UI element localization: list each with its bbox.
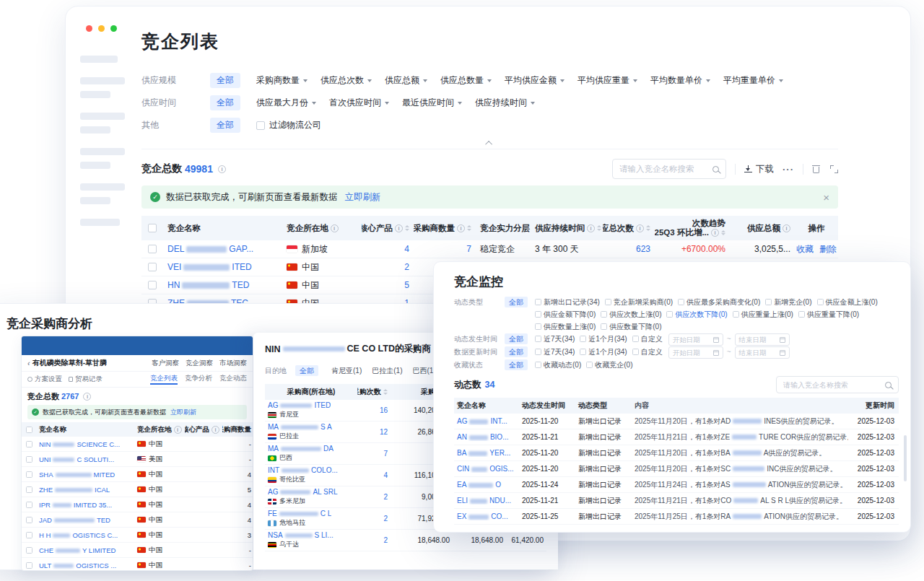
- start-date-input[interactable]: 开始日期: [668, 333, 723, 346]
- row-checkbox[interactable]: [26, 502, 32, 508]
- filter-all-chip[interactable]: 全部: [210, 95, 240, 110]
- purchase-times-link[interactable]: 2: [383, 493, 388, 501]
- destination-item[interactable]: 巴西(1): [412, 364, 435, 377]
- table-row[interactable]: CHEY LIMITED 中国 -: [22, 543, 253, 558]
- checkbox[interactable]: [580, 349, 586, 355]
- competitor-name-link[interactable]: JADTED: [39, 516, 110, 524]
- row-checkbox[interactable]: [26, 456, 32, 463]
- filter-checkbox-item[interactable]: 收藏动态(0): [535, 359, 581, 371]
- competitor-name-link[interactable]: CINOGIS...: [457, 465, 514, 473]
- filter-checkbox-item[interactable]: 新增竞企(0): [765, 296, 811, 308]
- col-header-product[interactable]: 核心产品: [362, 223, 414, 234]
- checkbox[interactable]: [535, 323, 541, 330]
- filter-checkbox-item[interactable]: 竞企新增采购商(0): [605, 296, 673, 308]
- competitor-name-link[interactable]: DELGAP...: [167, 244, 253, 254]
- trash-icon[interactable]: [812, 165, 820, 173]
- filter-dropdown[interactable]: 供应总次数: [321, 74, 372, 87]
- col-header-name[interactable]: 竞企名称: [163, 223, 282, 234]
- download-button[interactable]: 下载: [744, 163, 774, 175]
- col-header-trend[interactable]: 次数趋势 2025Q3 环比增...: [655, 219, 730, 237]
- filter-dropdown[interactable]: 平均数量单价: [650, 74, 710, 87]
- filter-checkbox-item[interactable]: 供应数量下降(0): [601, 320, 661, 333]
- sort-icon[interactable]: [597, 225, 601, 231]
- col-header-times[interactable]: 供应总次数: [603, 223, 655, 234]
- collapse-filters-button[interactable]: [141, 138, 838, 149]
- filter-dropdown[interactable]: 平均供应金额: [505, 74, 565, 87]
- info-icon[interactable]: [457, 224, 465, 232]
- row-checkbox[interactable]: [26, 532, 32, 538]
- destination-item[interactable]: 肯尼亚(1): [331, 364, 362, 377]
- col-header-duration[interactable]: 供应持续时间: [531, 223, 603, 234]
- table-row[interactable]: JADTED 中国 4: [22, 512, 253, 528]
- product-count-link[interactable]: 2: [404, 262, 409, 272]
- table-row[interactable]: SHAMITED 中国 4: [22, 467, 253, 482]
- checkbox[interactable]: [535, 362, 541, 368]
- refresh-link[interactable]: 立即刷新: [345, 191, 381, 204]
- menu-item-records[interactable]: 贸易记录: [69, 375, 103, 384]
- filter-dropdown[interactable]: 供应总数量: [440, 74, 492, 87]
- filter-checkbox-item[interactable]: 供应次数下降(0): [666, 308, 727, 320]
- filter-dropdown[interactable]: 平均重量单价: [723, 74, 783, 87]
- more-button[interactable]: ···: [783, 164, 794, 175]
- table-row[interactable]: ULTOGISTICS ... 中国 -: [22, 558, 253, 571]
- competitor-name-link[interactable]: NINSCIENCE C...: [39, 440, 120, 448]
- filter-option[interactable]: 近1个月(34): [580, 346, 627, 358]
- competitor-name-link[interactable]: SHAMITED: [39, 471, 115, 479]
- filter-checkbox-item[interactable]: 新增出口记录(34): [535, 296, 600, 308]
- checkbox[interactable]: [798, 311, 805, 318]
- info-icon[interactable]: [212, 426, 219, 434]
- filter-all-chip[interactable]: 全部: [505, 359, 528, 370]
- filter-dropdown[interactable]: 最近供应时间: [402, 97, 462, 109]
- checkbox[interactable]: [535, 336, 541, 342]
- competitor-name-link[interactable]: CHEY LIMITED: [39, 546, 116, 554]
- filter-option[interactable]: 近7天(34): [535, 333, 575, 345]
- competitor-name-link[interactable]: IPRIMITED 35...: [39, 501, 112, 509]
- filter-all-chip[interactable]: 全部: [210, 73, 240, 88]
- info-icon[interactable]: [331, 224, 339, 232]
- checkbox[interactable]: [535, 311, 541, 318]
- competitor-name-link[interactable]: ZHEICAL: [39, 486, 110, 494]
- purchaser-name-link[interactable]: NSAS LI...: [268, 531, 334, 539]
- product-count-link[interactable]: 4: [404, 244, 409, 254]
- menu-item-settings[interactable]: 方案设置: [27, 375, 62, 384]
- filter-option[interactable]: 近7天(34): [535, 346, 575, 358]
- window-zoom-button[interactable]: [110, 25, 117, 32]
- app-tab[interactable]: 竞企洞察: [186, 359, 213, 368]
- purchaser-name-link[interactable]: AGAL SRL: [268, 488, 338, 496]
- checkbox[interactable]: [817, 299, 824, 305]
- checkbox[interactable]: [601, 323, 607, 330]
- checkbox[interactable]: [605, 299, 611, 305]
- filter-all-chip[interactable]: 全部: [210, 118, 240, 133]
- times-link[interactable]: 623: [636, 244, 650, 254]
- table-row[interactable]: ANBIO... 2025-11-21 新增出口记录 2025年11月21日，有…: [454, 429, 899, 445]
- checkbox[interactable]: [632, 336, 639, 342]
- sort-icon[interactable]: [383, 389, 388, 395]
- purchaser-name-link[interactable]: AGITED: [268, 401, 331, 409]
- end-date-input[interactable]: 结束日期: [735, 346, 790, 359]
- filter-all-chip[interactable]: 全部: [505, 346, 528, 357]
- competitor-name-link[interactable]: H HOGISTICS C...: [39, 531, 118, 539]
- filter-all-chip[interactable]: 全部: [505, 333, 528, 344]
- row-checkbox[interactable]: [26, 471, 32, 478]
- window-close-button[interactable]: [86, 25, 92, 32]
- checkbox[interactable]: [601, 311, 607, 318]
- breadcrumb[interactable]: 有机磷类除草剂-草甘膦: [27, 358, 107, 368]
- filter-checkbox-item[interactable]: 收藏竞企(0): [586, 359, 632, 371]
- competitor-search[interactable]: [612, 159, 726, 179]
- table-row[interactable]: EAO 2025-11-24 新增出口记录 2025年11月24日，有1条对AS…: [454, 477, 899, 493]
- filter-checkbox-item[interactable]: 供应次数上涨(0): [601, 308, 661, 320]
- table-row[interactable]: ZHEICAL 中国 5: [22, 482, 253, 497]
- app-tab[interactable]: 市场洞察: [219, 359, 247, 368]
- info-icon[interactable]: [395, 224, 403, 232]
- search-input[interactable]: [783, 381, 881, 389]
- filter-dropdown[interactable]: 供应持续时间: [475, 97, 535, 109]
- col-header-buyers[interactable]: 采购商数量: [414, 223, 476, 234]
- scrollbar[interactable]: [904, 435, 907, 481]
- table-row[interactable]: ELINDU... 2025-11-21 新增出口记录 2025年11月21日，…: [454, 493, 899, 509]
- table-row[interactable]: IPRIMITED 35... 中国 4: [22, 497, 253, 512]
- filter-checkbox-item[interactable]: 供应金额下降(0): [535, 308, 596, 320]
- checkbox[interactable]: [256, 121, 265, 130]
- competitor-name-link[interactable]: ANBIO...: [457, 433, 508, 441]
- info-icon[interactable]: [218, 165, 226, 173]
- filter-option[interactable]: 自定义: [632, 346, 663, 358]
